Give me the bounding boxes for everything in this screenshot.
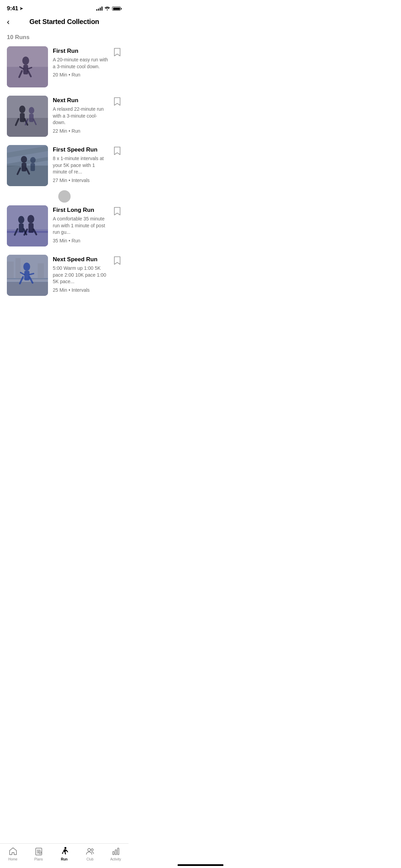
bookmark-button[interactable] [113, 207, 122, 215]
svg-rect-47 [24, 271, 29, 280]
run-count: 10 Runs [0, 31, 129, 46]
run-title: First Speed Run [53, 146, 109, 153]
run-meta: 27 Min • Intervals [53, 178, 109, 183]
page-title: Get Started Collection [7, 18, 122, 26]
svg-point-2 [22, 57, 29, 65]
run-info: First Long Run A comfortable 35 minute r… [53, 205, 109, 243]
svg-rect-43 [7, 262, 14, 279]
svg-point-31 [18, 216, 24, 224]
run-title: First Run [53, 48, 109, 55]
run-thumbnail [7, 255, 48, 296]
list-item[interactable]: First Long Run A comfortable 35 minute r… [7, 205, 122, 246]
svg-rect-23 [22, 163, 26, 171]
run-meta: 35 Min • Run [53, 238, 109, 243]
signal-icon [96, 7, 102, 11]
list-item[interactable]: Next Run A relaxed 22-minute run with a … [7, 96, 122, 137]
bookmark-button[interactable] [113, 48, 122, 56]
wifi-icon [105, 6, 110, 11]
svg-rect-3 [23, 65, 28, 74]
svg-point-14 [29, 107, 34, 114]
svg-point-46 [23, 263, 30, 271]
run-info: First Run A 20-minute easy run with a 3-… [53, 46, 109, 77]
status-bar: 9:41 ➤ [0, 0, 129, 15]
run-list: First Run A 20-minute easy run with a 3-… [0, 46, 129, 296]
battery-icon [112, 7, 122, 11]
bookmark-button[interactable] [113, 146, 122, 155]
run-meta: 20 Min • Run [53, 72, 109, 77]
location-arrow-icon: ➤ [20, 6, 23, 11]
run-info: Next Run A relaxed 22-minute run with a … [53, 96, 109, 134]
scroll-indicator [7, 190, 122, 203]
list-item[interactable]: First Speed Run 8 x 1-minute intervals a… [7, 145, 122, 186]
status-time: 9:41 [7, 5, 18, 12]
svg-point-22 [21, 156, 27, 163]
run-thumbnail [7, 46, 48, 87]
svg-rect-30 [7, 231, 48, 233]
svg-rect-32 [19, 224, 24, 232]
run-description: 5:00 Warm up 1:00 5K pace 2:00 10K pace … [53, 265, 109, 285]
svg-point-26 [30, 157, 36, 163]
status-icons [96, 6, 122, 11]
svg-point-35 [27, 215, 34, 223]
svg-rect-15 [29, 114, 34, 122]
content-area: 10 Runs [0, 31, 129, 335]
run-thumbnail [7, 96, 48, 137]
bookmark-button[interactable] [113, 97, 122, 105]
run-meta: 25 Min • Intervals [53, 287, 109, 293]
run-thumbnail [7, 205, 48, 246]
run-description: 8 x 1-minute intervals at your 5K pace w… [53, 155, 109, 176]
svg-rect-45 [38, 263, 44, 279]
run-thumbnail [7, 145, 48, 186]
run-info: Next Speed Run 5:00 Warm up 1:00 5K pace… [53, 255, 109, 293]
svg-rect-44 [15, 258, 21, 279]
run-title: First Long Run [53, 207, 109, 214]
run-description: A relaxed 22-minute run with a 3-minute … [53, 106, 109, 126]
svg-rect-36 [28, 223, 34, 233]
svg-rect-42 [7, 282, 48, 296]
back-button[interactable]: ‹ [7, 17, 10, 27]
list-item[interactable]: Next Speed Run 5:00 Warm up 1:00 5K pace… [7, 255, 122, 296]
svg-rect-27 [31, 163, 35, 171]
scroll-dot [58, 190, 71, 203]
svg-point-10 [19, 106, 25, 113]
run-title: Next Run [53, 97, 109, 104]
list-item[interactable]: First Run A 20-minute easy run with a 3-… [7, 46, 122, 87]
bookmark-button[interactable] [113, 256, 122, 264]
run-meta: 22 Min • Run [53, 128, 109, 134]
run-title: Next Speed Run [53, 256, 109, 263]
svg-rect-11 [20, 113, 25, 122]
run-info: First Speed Run 8 x 1-minute intervals a… [53, 145, 109, 183]
run-description: A comfortable 35 minute run with 1 minut… [53, 216, 109, 236]
run-description: A 20-minute easy run with a 3-minute coo… [53, 57, 109, 70]
nav-header: ‹ Get Started Collection [0, 15, 129, 31]
